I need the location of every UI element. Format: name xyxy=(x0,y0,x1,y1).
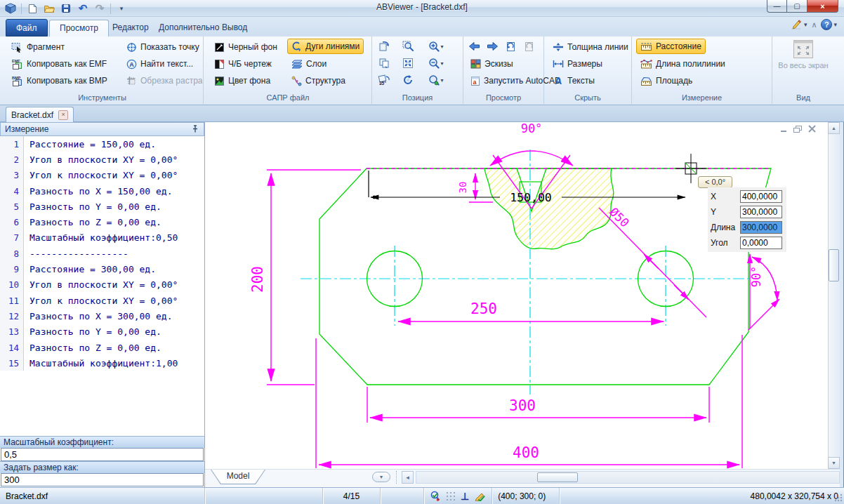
measurement-log[interactable]: 1 Расстояние = 150,00 ед. 2 Угол в плоск… xyxy=(0,136,204,451)
collapse-ribbon-button[interactable]: ∧ xyxy=(811,20,817,29)
mdi-close-icon[interactable] xyxy=(806,124,818,134)
ribbon-item-black-background[interactable]: Черный фон xyxy=(210,39,282,55)
previous-sheet-icon xyxy=(506,41,516,52)
pin-icon[interactable] xyxy=(191,125,199,133)
panel-header: Измерение xyxy=(0,122,204,136)
group-cad-file: Черный фон Ч/Б чертеж Цвет фона xyxy=(204,37,372,104)
tab-view[interactable]: Просмотр xyxy=(49,20,109,37)
area-icon xyxy=(640,77,652,86)
line-number: 14 xyxy=(0,340,24,355)
log-line: 7 Масштабный коэффициент:0,50 xyxy=(0,230,204,246)
copy-position-button[interactable] xyxy=(376,56,392,70)
ribbon-item-distance[interactable]: Расстояние xyxy=(636,39,706,54)
zoom-window-button[interactable] xyxy=(400,39,416,53)
dropdown-caret-icon: ▾ xyxy=(833,21,837,28)
mdi-restore-icon[interactable] xyxy=(792,124,804,134)
dim-300-text: 300 xyxy=(509,397,536,414)
item-label: Цвет фона xyxy=(228,76,270,86)
back-button[interactable] xyxy=(466,39,482,53)
zoom-in-button[interactable]: ▾ xyxy=(424,39,448,53)
rotate-sheet-button[interactable] xyxy=(376,39,392,53)
polyline-length-icon xyxy=(640,60,652,69)
ribbon-item-show-point[interactable]: Показать точку xyxy=(122,39,204,55)
ribbon-item-background-color[interactable]: Цвет фона xyxy=(210,73,275,88)
ribbon-item-area[interactable]: Площадь xyxy=(636,73,697,88)
set-size-input[interactable] xyxy=(1,473,204,486)
ribbon-item-copy-bmp[interactable]: BMP Копировать как BMP xyxy=(7,73,112,88)
ribbon-item-texts[interactable]: A Тексты xyxy=(548,73,599,88)
group-measure: Расстояние Длина полилинии Площадь Из xyxy=(632,37,772,104)
draw-mode-icon[interactable] xyxy=(474,491,486,501)
line-text: ------------------ xyxy=(24,248,128,259)
ribbon-item-line-weight[interactable]: Толщина линии xyxy=(548,39,633,55)
forward-button[interactable] xyxy=(484,39,500,53)
item-label: Размеры xyxy=(567,59,602,69)
grid-toggle-icon[interactable] xyxy=(446,491,456,501)
tab-output[interactable]: Вывод xyxy=(212,20,257,37)
ribbon-item-structure[interactable]: Структура xyxy=(287,73,350,88)
model-tab-label: Model xyxy=(211,470,265,484)
ribbon-item-thumbnails[interactable]: Эскизы xyxy=(466,56,517,72)
item-label: Копировать как EMF xyxy=(27,59,107,69)
ribbon-item-polyline-length[interactable]: Длина полилинии xyxy=(636,56,730,72)
ribbon-item-layers[interactable]: Слои xyxy=(287,56,331,72)
horizontal-scroll-thumb[interactable] xyxy=(537,472,578,482)
status-cursor-coords: (400; 300; 0) xyxy=(492,488,560,504)
zoom-out-button[interactable]: ▾ xyxy=(424,56,448,70)
status-page-indicator: 4/15 xyxy=(323,488,381,504)
coordinate-value[interactable]: 300,0000 xyxy=(740,206,782,218)
vertical-scrollbar[interactable] xyxy=(828,122,840,469)
tab-close-icon[interactable]: × xyxy=(58,110,68,120)
fullscreen-icon xyxy=(793,39,814,59)
zoom-options-button[interactable]: ▾ xyxy=(424,73,448,87)
ribbon-item-copy-emf[interactable]: EMF Копировать как EMF xyxy=(7,56,111,72)
line-number: 2 xyxy=(0,152,24,167)
line-number: 13 xyxy=(0,324,24,340)
mdi-minimize-icon[interactable] xyxy=(778,124,790,134)
model-tab[interactable]: Model xyxy=(211,470,265,484)
group-view: Во весь экран Вид xyxy=(772,37,834,104)
scroll-down-button[interactable]: ▼ xyxy=(828,457,840,469)
document-tab[interactable]: Bracket.dxf × xyxy=(6,107,74,122)
scroll-left-button[interactable]: ◂ xyxy=(402,471,414,484)
coordinate-value[interactable]: 0,0000 xyxy=(740,237,782,249)
ribbon-item-fragment[interactable]: Фрагмент xyxy=(7,39,69,55)
item-label: Толщина линии xyxy=(567,42,628,52)
ribbon-item-find-text[interactable]: A Найти текст... xyxy=(122,56,197,72)
line-text: Разность по Z = 0,00 ед. xyxy=(24,343,161,353)
line-text: Масштабный коэффициент:1,00 xyxy=(24,358,178,369)
annotate-button[interactable]: ▾ xyxy=(790,19,807,30)
restore-button[interactable]: ▢ xyxy=(787,0,807,13)
resize-grip[interactable] xyxy=(833,493,843,502)
coordinate-value[interactable]: 400,0000 xyxy=(740,190,782,203)
rotate-angle-button[interactable]: 35° xyxy=(376,73,392,87)
refresh-icon xyxy=(402,74,414,86)
scale-factor-input[interactable] xyxy=(1,448,204,461)
close-button[interactable]: × xyxy=(807,0,838,13)
ribbon-item-dimensions[interactable]: Размеры xyxy=(548,56,607,72)
scroll-up-button[interactable]: ▲ xyxy=(828,122,840,134)
coordinate-value[interactable]: 300,0000 xyxy=(740,221,782,234)
horizontal-scrollbar[interactable] xyxy=(416,471,840,484)
minimize-button[interactable]: — xyxy=(767,0,787,13)
tab-file[interactable]: Файл xyxy=(6,19,48,37)
cad-drawing[interactable]: 200 250 300 400 30 90° 90° Ø50 150,00 xyxy=(205,122,828,469)
ribbon-item-arcs-as-lines[interactable]: Дуги линиями xyxy=(287,39,364,54)
ortho-toggle-icon[interactable]: ⊥ xyxy=(461,491,469,502)
line-text: Разность по Y = 0,00 ед. xyxy=(24,201,161,212)
line-number: 7 xyxy=(0,230,24,246)
refresh-view-button[interactable] xyxy=(400,73,416,87)
ribbon-item-bw-drawing[interactable]: Ч/Б чертеж xyxy=(210,56,276,72)
group-label: САПР файл xyxy=(204,93,371,102)
ribbon-right-controls: ▾ ∧ ? ▾ xyxy=(790,19,837,30)
sheet-list-chevron-button[interactable]: ▾ xyxy=(372,472,390,482)
zoom-options-icon xyxy=(428,74,440,86)
fit-to-screen-button[interactable] xyxy=(400,56,416,70)
previous-sheet-button[interactable] xyxy=(503,39,518,53)
help-icon: ? xyxy=(821,19,832,30)
help-button[interactable]: ? ▾ xyxy=(821,19,837,30)
vertical-scroll-thumb[interactable] xyxy=(829,249,839,281)
log-line: 9 Расстояние = 300,00 ед. xyxy=(0,261,204,277)
snap-toggle-icon[interactable] xyxy=(430,491,441,502)
line-number: 3 xyxy=(0,168,24,183)
